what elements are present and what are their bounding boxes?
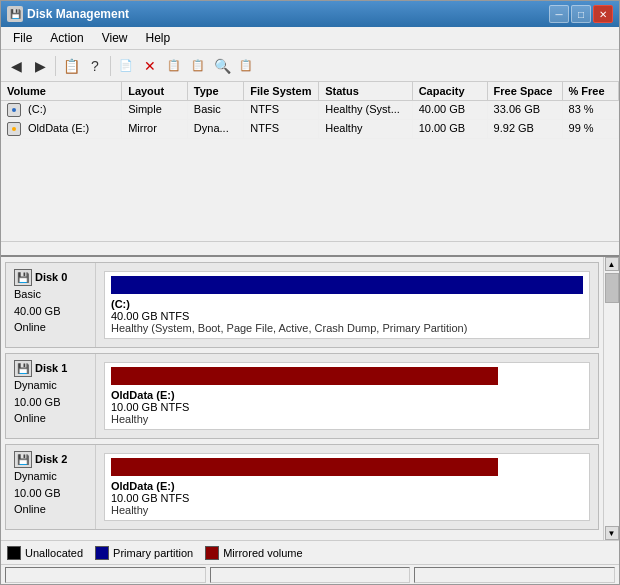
close-button[interactable]: ✕ <box>593 5 613 23</box>
cell-type-1: Dyna... <box>188 120 244 138</box>
disk-icon-1 <box>7 122 21 136</box>
disk-0-volumes: (C:) 40.00 GB NTFS Healthy (System, Boot… <box>96 263 598 347</box>
cell-fs-0: NTFS <box>244 101 319 119</box>
legend-mirrored: Mirrored volume <box>205 546 302 560</box>
menu-bar: File Action View Help <box>1 27 619 50</box>
disk-section: 💾 Disk 0 Basic 40.00 GB Online (C:) 40.0… <box>1 257 603 540</box>
window-title: Disk Management <box>27 7 129 21</box>
disk-0-label: 💾 Disk 0 Basic 40.00 GB Online <box>6 263 96 347</box>
disk-0-type: Basic <box>14 286 87 303</box>
table-hscroll[interactable] <box>1 241 619 255</box>
disk-0-row: 💾 Disk 0 Basic 40.00 GB Online (C:) 40.0… <box>5 262 599 348</box>
scroll-thumb[interactable] <box>605 273 619 303</box>
disk-2-volumes: OldData (E:) 10.00 GB NTFS Healthy <box>96 445 598 529</box>
disk-1-status: Online <box>14 410 87 427</box>
delete-button[interactable]: ✕ <box>139 55 161 77</box>
forward-button[interactable]: ▶ <box>29 55 51 77</box>
copy-button[interactable]: 📋 <box>187 55 209 77</box>
format-button[interactable]: 📋 <box>163 55 185 77</box>
table-body: (C:) Simple Basic NTFS Healthy (Syst... … <box>1 101 619 241</box>
legend-box-primary <box>95 546 109 560</box>
disk-2-detail[interactable]: OldData (E:) 10.00 GB NTFS Healthy <box>104 453 590 521</box>
cell-status-0: Healthy (Syst... <box>319 101 412 119</box>
disk-1-detail[interactable]: OldData (E:) 10.00 GB NTFS Healthy <box>104 362 590 430</box>
disk-2-row: 💾 Disk 2 Dynamic 10.00 GB Online OldData… <box>5 444 599 530</box>
help-button[interactable]: ? <box>84 55 106 77</box>
legend-box-unallocated <box>7 546 21 560</box>
disk-1-type: Dynamic <box>14 377 87 394</box>
legend-unallocated: Unallocated <box>7 546 83 560</box>
find-button[interactable]: 🔍 <box>211 55 233 77</box>
disk-0-status: Online <box>14 319 87 336</box>
col-header-status[interactable]: Status <box>319 82 412 100</box>
scroll-down-button[interactable]: ▼ <box>605 526 619 540</box>
col-header-type[interactable]: Type <box>188 82 244 100</box>
table-row[interactable]: (C:) Simple Basic NTFS Healthy (Syst... … <box>1 101 619 120</box>
disk-0-icon: 💾 <box>14 269 32 286</box>
col-header-layout[interactable]: Layout <box>122 82 188 100</box>
volume-table-section: Volume Layout Type File System Status Ca… <box>1 82 619 257</box>
cell-volume-0: (C:) <box>1 101 122 119</box>
col-header-freespace[interactable]: Free Space <box>488 82 563 100</box>
disk-management-window: 💾 Disk Management ─ □ ✕ File Action View… <box>0 0 620 585</box>
legend-label-mirrored: Mirrored volume <box>223 547 302 559</box>
toolbar: ◀ ▶ 📋 ? 📄 ✕ 📋 📋 🔍 📋 <box>1 50 619 82</box>
refresh-button[interactable]: 📋 <box>235 55 257 77</box>
status-segment-2 <box>210 567 411 583</box>
disk-0-size: 40.00 GB <box>14 303 87 320</box>
scroll-up-button[interactable]: ▲ <box>605 257 619 271</box>
minimize-button[interactable]: ─ <box>549 5 569 23</box>
title-bar: 💾 Disk Management ─ □ ✕ <box>1 1 619 27</box>
menu-view[interactable]: View <box>94 29 136 47</box>
cell-layout-0: Simple <box>122 101 188 119</box>
properties-button[interactable]: 📋 <box>60 55 82 77</box>
legend-primary: Primary partition <box>95 546 193 560</box>
col-header-volume[interactable]: Volume <box>1 82 122 100</box>
disk-1-size: 10.00 GB <box>14 394 87 411</box>
disk-1-label: 💾 Disk 1 Dynamic 10.00 GB Online <box>6 354 96 438</box>
menu-action[interactable]: Action <box>42 29 91 47</box>
disk-0-title: 💾 Disk 0 <box>14 269 87 286</box>
col-header-capacity[interactable]: Capacity <box>413 82 488 100</box>
disk-2-vol-status: Healthy <box>111 504 583 516</box>
back-button[interactable]: ◀ <box>5 55 27 77</box>
disk-0-vol-status: Healthy (System, Boot, Page File, Active… <box>111 322 583 334</box>
disk-2-vol-sizeinfo: 10.00 GB NTFS <box>111 492 583 504</box>
disk-section-wrapper: 💾 Disk 0 Basic 40.00 GB Online (C:) 40.0… <box>1 257 619 540</box>
status-segment-1 <box>5 567 206 583</box>
table-row[interactable]: OldData (E:) Mirror Dyna... NTFS Healthy… <box>1 120 619 139</box>
disk-0-vol-sizeinfo: 40.00 GB NTFS <box>111 310 583 322</box>
cell-volume-1: OldData (E:) <box>1 120 122 138</box>
legend-bar: Unallocated Primary partition Mirrored v… <box>1 540 619 564</box>
new-volume-button[interactable]: 📄 <box>115 55 137 77</box>
cell-pct-1: 99 % <box>563 120 619 138</box>
disk-2-type: Dynamic <box>14 468 87 485</box>
cell-layout-1: Mirror <box>122 120 188 138</box>
maximize-button[interactable]: □ <box>571 5 591 23</box>
cell-capacity-0: 40.00 GB <box>413 101 488 119</box>
disk-1-icon: 💾 <box>14 360 32 377</box>
menu-help[interactable]: Help <box>138 29 179 47</box>
status-bar <box>1 564 619 584</box>
col-header-pct[interactable]: % Free <box>563 82 619 100</box>
title-bar-left: 💾 Disk Management <box>7 6 129 22</box>
disk-2-icon: 💾 <box>14 451 32 468</box>
disk-1-vol-sizeinfo: 10.00 GB NTFS <box>111 401 583 413</box>
bottom-spacer <box>1 530 603 538</box>
legend-label-primary: Primary partition <box>113 547 193 559</box>
cell-status-1: Healthy <box>319 120 412 138</box>
disk-0-detail[interactable]: (C:) 40.00 GB NTFS Healthy (System, Boot… <box>104 271 590 339</box>
status-segment-3 <box>414 567 615 583</box>
disk-1-volumes: OldData (E:) 10.00 GB NTFS Healthy <box>96 354 598 438</box>
menu-file[interactable]: File <box>5 29 40 47</box>
disk-1-bar <box>111 367 498 385</box>
cell-type-0: Basic <box>188 101 244 119</box>
disk-vscroll[interactable]: ▲ ▼ <box>603 257 619 540</box>
disk-2-size: 10.00 GB <box>14 485 87 502</box>
toolbar-separator-2 <box>110 56 111 76</box>
main-content: Volume Layout Type File System Status Ca… <box>1 82 619 564</box>
disk-2-vol-name: OldData (E:) <box>111 480 583 492</box>
col-header-filesystem[interactable]: File System <box>244 82 319 100</box>
title-controls: ─ □ ✕ <box>549 5 613 23</box>
cell-freespace-0: 33.06 GB <box>488 101 563 119</box>
